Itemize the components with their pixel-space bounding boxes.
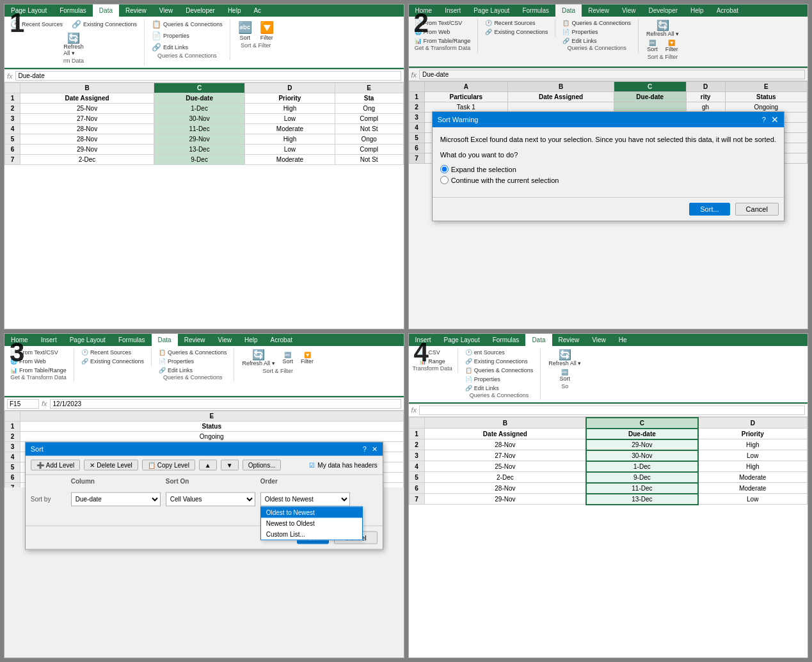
- tab4-he[interactable]: He: [612, 334, 633, 346]
- move-up-btn[interactable]: ▲: [199, 459, 217, 470]
- refresh-btn-2[interactable]: 🔄 Refresh All ▾: [644, 19, 681, 38]
- tab4-review[interactable]: Review: [552, 334, 586, 346]
- properties-btn[interactable]: 📄 Properties: [150, 31, 225, 41]
- filter-btn[interactable]: 🔽 Filter: [257, 19, 276, 42]
- properties-btn-3[interactable]: 📄 Properties: [157, 358, 229, 365]
- tab2-review[interactable]: Review: [582, 4, 616, 17]
- recent-sources-btn-2[interactable]: 🕐 Recent Sources: [483, 19, 550, 27]
- tab3-help[interactable]: Help: [238, 334, 264, 346]
- col-B[interactable]: B: [20, 83, 154, 93]
- tab2-formulas[interactable]: Formulas: [516, 4, 555, 17]
- sort-btn-3[interactable]: 🔤 Sort: [280, 351, 296, 366]
- col-label-E[interactable]: Sta: [335, 93, 403, 104]
- formula-input-2[interactable]: [419, 70, 805, 79]
- my-headers-checkbox[interactable]: ☑: [309, 461, 315, 468]
- tab4-page-layout[interactable]: Page Layout: [438, 334, 486, 346]
- formula-input-1[interactable]: [15, 71, 401, 81]
- edit-links-btn-2[interactable]: 🔗 Edit Links: [561, 37, 633, 45]
- existing-connections-btn[interactable]: 🔗 Existing Connections: [70, 19, 139, 29]
- col2-C[interactable]: C: [614, 82, 686, 92]
- dropdown-oldest[interactable]: Oldest to Newest: [261, 507, 362, 517]
- refresh-btn-4[interactable]: 🔄 Refresh All ▾: [546, 349, 584, 368]
- dropdown-custom[interactable]: Custom List...: [261, 528, 362, 539]
- tab2-view[interactable]: View: [616, 4, 642, 17]
- edit-links-btn[interactable]: 🔗 Edit Links: [150, 42, 225, 52]
- sort-btn[interactable]: 🔤 Sort: [235, 19, 255, 42]
- sort-warning-sort-btn[interactable]: Sort...: [689, 203, 729, 216]
- tab3-insert[interactable]: Insert: [35, 334, 63, 346]
- tab-data[interactable]: Data: [93, 4, 119, 17]
- radio-current-input[interactable]: [440, 176, 449, 184]
- tab2-insert[interactable]: Insert: [438, 4, 467, 17]
- col2-B[interactable]: B: [508, 82, 614, 92]
- existing-btn-3[interactable]: 🔗 Existing Connections: [79, 358, 146, 365]
- dropdown-newest[interactable]: Newest to Oldest: [261, 517, 362, 528]
- add-level-btn[interactable]: ➕ Add Level: [31, 459, 80, 470]
- copy-level-btn[interactable]: 📋 Copy Level: [142, 459, 195, 470]
- radio-current[interactable]: Continue with the current selection: [440, 176, 776, 184]
- sort-column-select[interactable]: Due-date: [71, 492, 161, 506]
- col-E[interactable]: E: [335, 83, 403, 93]
- col-D[interactable]: D: [245, 83, 335, 93]
- recent-btn-4[interactable]: 🕐 ent Sources: [463, 349, 536, 356]
- queries-btn-2[interactable]: 📋 Queries & Connections: [561, 19, 633, 27]
- filter-btn-2[interactable]: 🔽 Filter: [663, 38, 681, 54]
- tab3-acrobat[interactable]: Acrobat: [264, 334, 299, 346]
- col4-D[interactable]: D: [698, 418, 808, 429]
- col2-A[interactable]: A: [424, 82, 508, 92]
- formula-input-3[interactable]: [50, 399, 401, 409]
- tab-formulas[interactable]: Formulas: [53, 4, 93, 17]
- tab4-view[interactable]: View: [585, 334, 612, 346]
- tab3-review[interactable]: Review: [178, 334, 212, 346]
- properties-btn-4[interactable]: 📄 Properties: [463, 375, 536, 383]
- tab-help[interactable]: Help: [221, 4, 248, 17]
- queries-btn-3[interactable]: 📋 Queries & Connections: [157, 349, 229, 356]
- tab3-data[interactable]: Data: [152, 334, 178, 346]
- sort-warning-cancel-btn[interactable]: Cancel: [735, 203, 779, 216]
- existing-btn-4[interactable]: 🔗 Existing Connections: [463, 358, 536, 365]
- queries-connections-btn[interactable]: 📋 Queries & Connections: [150, 19, 225, 29]
- properties-btn-2[interactable]: 📄 Properties: [561, 28, 633, 36]
- tab2-data[interactable]: Data: [555, 4, 582, 17]
- tab3-page-layout[interactable]: Page Layout: [63, 334, 112, 346]
- col3-E[interactable]: E: [20, 411, 404, 421]
- filter-btn-3[interactable]: 🔽 Filter: [298, 351, 316, 366]
- move-down-btn[interactable]: ▼: [221, 459, 239, 470]
- radio-expand[interactable]: Expand the selection: [440, 165, 776, 173]
- tab-view[interactable]: View: [153, 4, 180, 17]
- edit-links-btn-3[interactable]: 🔗 Edit Links: [157, 366, 229, 374]
- tab4-formulas[interactable]: Formulas: [486, 334, 526, 346]
- col-label-D[interactable]: Priority: [245, 93, 335, 104]
- options-btn[interactable]: Options...: [243, 459, 282, 470]
- col4-C[interactable]: C: [586, 418, 697, 429]
- existing-conn-btn-2[interactable]: 🔗 Existing Connections: [483, 28, 550, 36]
- tab-developer[interactable]: Developer: [179, 4, 221, 17]
- tab4-data[interactable]: Data: [525, 334, 552, 346]
- tab2-page-layout[interactable]: Page Layout: [467, 4, 516, 17]
- recent-src-btn-3[interactable]: 🕐 Recent Sources: [79, 349, 146, 356]
- sort-on-select[interactable]: Cell Values: [166, 492, 255, 506]
- tab-review[interactable]: Review: [119, 4, 153, 17]
- edit-links-btn-4[interactable]: 🔗 Edit Links: [463, 384, 536, 392]
- col-label-C[interactable]: Due-date: [154, 93, 245, 104]
- radio-expand-input[interactable]: [440, 165, 449, 173]
- tab2-help[interactable]: Help: [684, 4, 710, 17]
- refresh-btn-3[interactable]: 🔄 Refresh All ▾: [239, 349, 277, 368]
- col4-B[interactable]: B: [424, 418, 586, 429]
- tab2-acrobat[interactable]: Acrobat: [710, 4, 745, 17]
- sort-warning-close-icon[interactable]: ✕: [771, 114, 779, 125]
- tab3-view[interactable]: View: [211, 334, 238, 346]
- from-table-btn-3[interactable]: 📊 From Table/Range: [8, 366, 68, 374]
- col2-E[interactable]: E: [725, 82, 807, 92]
- delete-level-btn[interactable]: ✕ Delete Level: [84, 459, 138, 470]
- queries-btn-4[interactable]: 📋 Queries & Connections: [463, 366, 536, 374]
- sort-btn-4[interactable]: 🔤 Sort: [557, 368, 573, 383]
- formula-input-4[interactable]: [419, 406, 805, 415]
- col-C[interactable]: C: [154, 83, 245, 93]
- col-label-B[interactable]: Date Assigned: [20, 93, 154, 104]
- sort-btn-2[interactable]: 🔤 Sort: [644, 38, 660, 54]
- refresh-all-btn[interactable]: 🔄 RefreshAll ▾: [61, 32, 86, 58]
- from-table-range-btn[interactable]: 📊 From Table/Range: [413, 37, 473, 45]
- tab3-formulas[interactable]: Formulas: [112, 334, 152, 346]
- sort-order-select[interactable]: Oldest to Newest: [260, 492, 350, 506]
